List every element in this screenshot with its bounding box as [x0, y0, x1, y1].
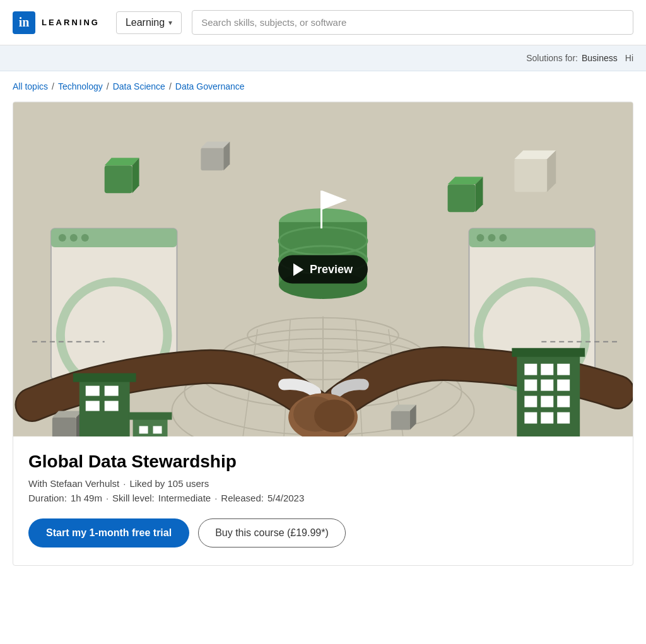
- course-card: Preview Global Data Stewardship With Ste…: [13, 102, 633, 566]
- svg-rect-72: [512, 348, 585, 357]
- svg-rect-66: [524, 396, 537, 407]
- svg-rect-30: [320, 190, 322, 228]
- svg-point-34: [314, 400, 355, 433]
- svg-rect-41: [514, 159, 547, 192]
- svg-rect-68: [557, 396, 570, 407]
- top-header: in LEARNING Learning ▾ Search skills, su…: [0, 0, 646, 45]
- search-bar[interactable]: Search skills, subjects, or software: [192, 10, 633, 35]
- svg-rect-62: [557, 364, 570, 375]
- main-content: Preview Global Data Stewardship With Ste…: [0, 102, 646, 585]
- svg-rect-71: [557, 413, 570, 424]
- svg-point-19: [477, 234, 484, 242]
- svg-point-13: [59, 234, 66, 242]
- duration-label: Duration:: [28, 493, 67, 503]
- course-liked-by: Liked by 105 users: [129, 478, 209, 489]
- search-placeholder: Search skills, subjects, or software: [201, 17, 346, 28]
- svg-rect-63: [524, 380, 537, 391]
- svg-rect-73: [133, 418, 168, 436]
- skill-value: Intermediate: [158, 493, 211, 503]
- svg-rect-74: [129, 413, 172, 420]
- course-title: Global Data Stewardship: [28, 452, 618, 472]
- svg-rect-47: [52, 418, 76, 436]
- play-icon: [293, 263, 303, 276]
- svg-rect-70: [541, 413, 553, 424]
- svg-rect-55: [105, 386, 119, 396]
- svg-point-20: [488, 234, 495, 242]
- course-image[interactable]: Preview: [13, 102, 633, 436]
- svg-rect-69: [524, 413, 537, 424]
- svg-rect-35: [105, 165, 132, 193]
- breadcrumb: All topics / Technology / Data Science /…: [0, 71, 646, 102]
- learning-logo-text: LEARNING: [42, 18, 100, 27]
- breadcrumb-data-science[interactable]: Data Science: [113, 81, 165, 91]
- action-buttons: Start my 1-month free trial Buy this cou…: [28, 518, 618, 547]
- learning-dropdown[interactable]: Learning ▾: [116, 11, 182, 34]
- svg-point-21: [499, 234, 507, 242]
- svg-rect-61: [541, 364, 553, 375]
- skill-label: Skill level:: [112, 493, 155, 503]
- svg-rect-65: [557, 380, 570, 391]
- svg-point-14: [70, 234, 78, 242]
- hi-text: Hi: [625, 53, 633, 63]
- linkedin-logo[interactable]: in LEARNING: [13, 11, 100, 34]
- preview-button[interactable]: Preview: [278, 255, 368, 284]
- preview-label: Preview: [310, 263, 353, 276]
- meta-dot-3: ·: [214, 493, 217, 503]
- meta-dot-1: ·: [123, 478, 126, 489]
- released-label: Released:: [221, 493, 264, 503]
- course-details-row: Duration: 1h 49m · Skill level: Intermed…: [28, 493, 618, 503]
- meta-dot-2: ·: [106, 493, 109, 503]
- course-info: Global Data Stewardship With Stefaan Ver…: [13, 436, 633, 565]
- svg-rect-54: [86, 386, 100, 396]
- svg-rect-56: [86, 401, 100, 411]
- dropdown-label: Learning: [126, 17, 165, 28]
- solutions-label: Solutions for:: [526, 53, 578, 63]
- svg-rect-76: [153, 426, 162, 433]
- svg-rect-60: [524, 364, 537, 375]
- buy-button[interactable]: Buy this course (£19.99*): [198, 518, 346, 547]
- breadcrumb-data-governance[interactable]: Data Governance: [175, 81, 245, 91]
- course-meta-row: With Stefaan Verhulst · Liked by 105 use…: [28, 478, 618, 489]
- svg-rect-64: [541, 380, 553, 391]
- svg-rect-38: [201, 148, 223, 170]
- released-value: 5/4/2023: [267, 493, 304, 503]
- svg-rect-44: [448, 184, 476, 212]
- breadcrumb-all-topics[interactable]: All topics: [13, 81, 48, 91]
- breadcrumb-sep-3: /: [169, 81, 172, 91]
- linkedin-icon: in: [13, 11, 35, 34]
- svg-rect-50: [391, 411, 410, 430]
- chevron-down-icon: ▾: [168, 18, 172, 27]
- sub-header: Solutions for: Business Hi: [0, 45, 646, 71]
- trial-button[interactable]: Start my 1-month free trial: [28, 518, 189, 547]
- svg-point-15: [81, 234, 89, 242]
- business-link[interactable]: Business: [582, 53, 618, 63]
- svg-rect-57: [105, 401, 119, 411]
- breadcrumb-technology[interactable]: Technology: [58, 81, 103, 91]
- breadcrumb-sep-1: /: [52, 81, 54, 91]
- svg-rect-58: [73, 373, 136, 382]
- svg-rect-75: [139, 426, 148, 433]
- duration-value: 1h 49m: [71, 493, 102, 503]
- svg-rect-67: [541, 396, 553, 407]
- course-instructor: With Stefaan Verhulst: [28, 478, 119, 489]
- breadcrumb-sep-2: /: [107, 81, 109, 91]
